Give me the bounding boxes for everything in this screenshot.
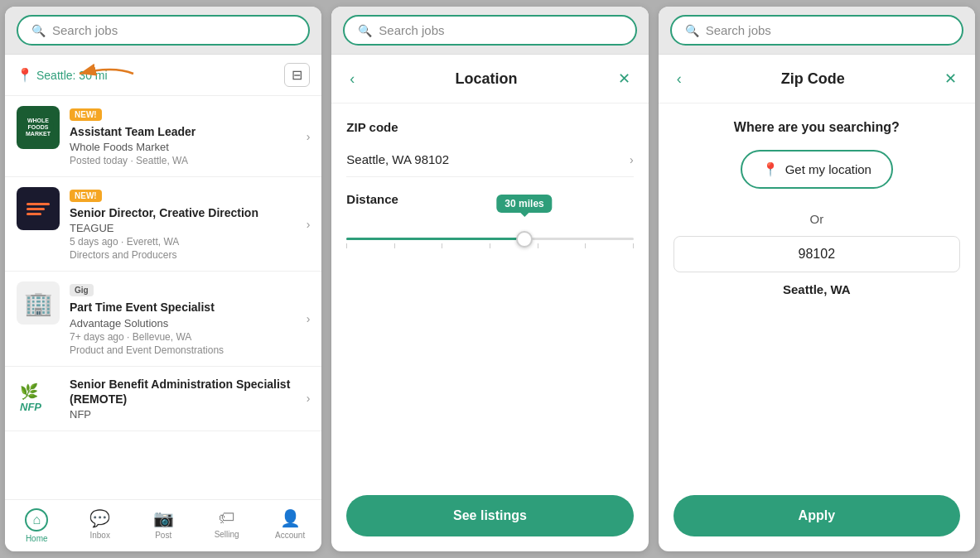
job-list: WHOLEFOODSMARKET NEW! Assistant Team Lea… <box>5 96 321 499</box>
tick <box>538 243 538 248</box>
zip-value: Seattle, WA 98102 <box>346 152 449 166</box>
slider-fill <box>346 238 524 240</box>
apply-button[interactable]: Apply <box>673 495 960 536</box>
distance-section: Distance 30 miles <box>346 192 633 257</box>
search-text-panel2: Search jobs <box>379 23 444 37</box>
table-row[interactable]: 🌿 NFP Senior Benefit Administration Spec… <box>5 367 321 431</box>
see-listings-button[interactable]: See listings <box>346 495 633 536</box>
company-logo-nfp: 🌿 NFP <box>17 377 60 420</box>
job-info: Senior Benefit Administration Specialist… <box>70 377 297 421</box>
search-text-panel3: Search jobs <box>706 23 771 37</box>
job-title: Assistant Team Leader <box>70 124 297 139</box>
chevron-right-icon: › <box>307 218 311 231</box>
gig-badge: Gig <box>70 284 94 296</box>
job-title: Senior Director, Creative Direction <box>70 205 297 220</box>
job-company: TEAGUE <box>70 222 297 234</box>
nav-label-selling: Selling <box>215 530 239 539</box>
nav-item-account[interactable]: 👤 Account <box>258 505 321 546</box>
chevron-right-icon: › <box>630 153 634 166</box>
nav-label-account: Account <box>275 531 305 540</box>
company-logo-teague <box>17 187 60 230</box>
nfp-leaf-icon: 🌿 <box>20 382 38 401</box>
home-icon: ⌂ <box>25 508 48 532</box>
zip-section-label: ZIP code <box>346 120 633 134</box>
table-row[interactable]: NEW! Senior Director, Creative Direction… <box>5 177 321 272</box>
job-meta: 7+ days ago · Bellevue, WA <box>70 331 297 343</box>
back-button[interactable]: ‹ <box>346 67 358 91</box>
tick <box>633 243 634 248</box>
search-icon-panel2: 🔍 <box>358 24 372 37</box>
chevron-right-icon: › <box>307 130 311 143</box>
slider-tooltip: 30 miles <box>496 195 552 213</box>
search-input-panel2[interactable]: 🔍 Search jobs <box>343 15 636 46</box>
zip-row[interactable]: Seattle, WA 98102 › <box>346 142 633 177</box>
company-logo-advantage: 🏢 <box>17 281 60 325</box>
selling-icon: 🏷 <box>219 508 235 527</box>
location-bar: 📍 Seattle: 30 mi ⊟ <box>5 55 321 96</box>
search-text-panel1: Search jobs <box>52 23 118 37</box>
nav-item-post[interactable]: 📷 Post <box>132 505 195 546</box>
search-bar-panel2: 🔍 Search jobs <box>331 7 648 55</box>
nav-item-selling[interactable]: 🏷 Selling <box>195 505 258 546</box>
where-label: Where are you searching? <box>673 120 960 135</box>
nav-label-post: Post <box>155 531 171 540</box>
job-meta: 5 days ago · Everett, WA <box>70 236 297 248</box>
nav-label-inbox: Inbox <box>89 531 109 540</box>
tick <box>394 243 395 248</box>
filter-button[interactable]: ⊟ <box>284 63 310 87</box>
table-row[interactable]: 🏢 Gig Part Time Event Specialist Advanta… <box>5 272 321 366</box>
tick <box>490 243 490 248</box>
account-icon: 👤 <box>280 508 301 528</box>
slider-thumb[interactable] <box>516 231 533 248</box>
new-badge: NEW! <box>70 108 102 121</box>
job-company: Whole Foods Market <box>70 141 297 153</box>
job-category: Product and Event Demonstrations <box>70 344 297 356</box>
job-category: Directors and Producers <box>70 249 297 261</box>
panel-title-location: Location <box>455 70 517 88</box>
tick <box>585 243 586 248</box>
get-location-button[interactable]: 📍 Get my location <box>741 150 893 189</box>
zipcode-panel-content: Where are you searching? 📍 Get my locati… <box>659 103 975 495</box>
search-bar-panel3: 🔍 Search jobs <box>659 7 975 55</box>
panel-job-list: 🔍 Search jobs 📍 Seattle: 30 mi <box>5 7 321 551</box>
chevron-right-icon: › <box>307 312 311 325</box>
or-divider: Or <box>673 212 960 226</box>
panel-zipcode: 🔍 Search jobs ‹ Zip Code ✕ Where are you… <box>659 7 975 551</box>
location-pin-icon: 📍 <box>762 161 779 177</box>
get-location-text: Get my location <box>785 162 871 176</box>
back-button[interactable]: ‹ <box>673 67 685 91</box>
table-row[interactable]: WHOLEFOODSMARKET NEW! Assistant Team Lea… <box>5 96 321 177</box>
job-company: NFP <box>70 408 297 421</box>
search-input-panel1[interactable]: 🔍 Search jobs <box>17 15 310 46</box>
job-meta: Posted today · Seattle, WA <box>70 155 297 166</box>
job-title: Part Time Event Specialist <box>70 300 297 315</box>
job-title: Senior Benefit Administration Specialist… <box>70 377 297 406</box>
close-button[interactable]: ✕ <box>941 66 960 91</box>
zip-input-field[interactable] <box>673 236 960 272</box>
location-panel-content: ZIP code Seattle, WA 98102 › Distance 30… <box>331 103 648 495</box>
search-icon-panel3: 🔍 <box>685 24 699 37</box>
city-state-label: Seattle, WA <box>673 282 960 296</box>
chevron-right-icon: › <box>307 392 311 405</box>
inbox-icon: 💬 <box>89 508 110 528</box>
panel-title-zipcode: Zip Code <box>781 70 845 88</box>
nav-label-home: Home <box>26 534 48 543</box>
nav-item-home[interactable]: ⌂ Home <box>5 505 68 546</box>
search-input-panel3[interactable]: 🔍 Search jobs <box>670 15 963 46</box>
arrow-indicator <box>71 61 138 89</box>
nav-item-inbox[interactable]: 💬 Inbox <box>68 505 131 546</box>
search-bar-panel1: 🔍 Search jobs <box>5 7 321 55</box>
zipcode-panel-header: ‹ Zip Code ✕ <box>659 55 975 103</box>
panel-location: 🔍 Search jobs ‹ Location ✕ ZIP code Seat… <box>331 7 648 551</box>
slider-ticks <box>346 243 633 248</box>
slider-track <box>346 238 633 240</box>
job-info: NEW! Assistant Team Leader Whole Foods M… <box>70 106 297 166</box>
search-icon-panel1: 🔍 <box>31 24 46 37</box>
distance-label: Distance <box>346 192 633 206</box>
bottom-nav: ⌂ Home 💬 Inbox 📷 Post 🏷 Selling 👤 Accoun… <box>5 499 321 551</box>
location-panel-header: ‹ Location ✕ <box>331 55 648 103</box>
close-button[interactable]: ✕ <box>615 66 634 91</box>
job-company: Advantage Solutions <box>70 317 297 330</box>
job-info: Gig Part Time Event Specialist Advantage… <box>70 281 297 355</box>
job-info: NEW! Senior Director, Creative Direction… <box>70 187 297 261</box>
